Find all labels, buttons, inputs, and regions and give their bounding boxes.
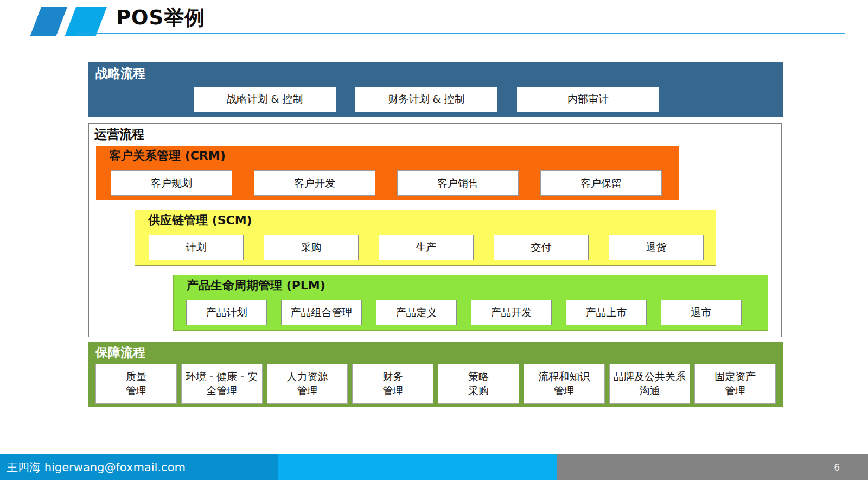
crm-group-label: 客户关系管理 (CRM)	[109, 149, 226, 163]
crm-process-box: 客户销售	[397, 170, 519, 196]
support-process-box: 品牌及公共关系 沟通	[609, 364, 691, 404]
support-process-box: 固定资产 管理	[694, 364, 776, 404]
support-process-section: 保障流程 质量 管理环境 - 健康 - 安 全管理人力资源 管理财务 管理策略 …	[88, 342, 783, 407]
scm-group: 供应链管理 (SCM) 计划采购生产交付退货	[135, 210, 716, 266]
strategic-box-row: 战略计划 & 控制财务计划 & 控制内部审计	[194, 87, 659, 112]
plm-process-box: 产品开发	[471, 300, 552, 325]
crm-process-box: 客户开发	[254, 170, 375, 196]
scm-process-box: 计划	[149, 235, 244, 260]
scm-process-box: 采购	[264, 235, 359, 260]
strategic-process-box: 内部审计	[517, 87, 659, 112]
strategic-process-box: 财务计划 & 控制	[355, 87, 497, 112]
footer-bar: 王四海 higerwang@foxmail.com 6	[0, 454, 868, 480]
plm-process-box: 产品计划	[186, 300, 267, 325]
logo-parallelogram-light-icon	[65, 7, 107, 36]
strategic-process-box: 战略计划 & 控制	[194, 87, 336, 112]
strategic-process-label: 战略流程	[95, 66, 145, 81]
scm-group-label: 供应链管理 (SCM)	[148, 213, 252, 228]
support-box-row: 质量 管理环境 - 健康 - 安 全管理人力资源 管理财务 管理策略 采购流程和…	[95, 364, 776, 404]
crm-process-box: 客户规划	[111, 170, 232, 196]
support-process-box: 质量 管理	[95, 364, 177, 404]
footer-segment-gray	[557, 454, 868, 480]
support-process-box: 环境 - 健康 - 安 全管理	[181, 364, 263, 404]
page-number: 6	[834, 454, 840, 480]
support-process-box: 财务 管理	[352, 364, 433, 404]
page-title: POS举例	[116, 4, 205, 31]
logo-parallelogram-dark-icon	[30, 7, 68, 36]
plm-process-box: 产品上市	[566, 300, 647, 325]
operations-process-section: 运营流程 客户关系管理 (CRM) 客户规划客户开发客户销售客户保留 供应链管理…	[88, 123, 782, 337]
plm-group-label: 产品生命周期管理 (PLM)	[187, 279, 326, 293]
header-divider	[76, 33, 845, 34]
support-process-box: 流程和知识 管理	[524, 364, 605, 404]
strategic-process-section: 战略流程 战略计划 & 控制财务计划 & 控制内部审计	[88, 62, 783, 117]
scm-process-box: 交付	[494, 235, 589, 260]
operations-process-label: 运营流程	[94, 127, 144, 142]
plm-box-row: 产品计划产品组合管理产品定义产品开发产品上市退市	[186, 300, 742, 325]
footer-author-email: 王四海 higerwang@foxmail.com	[7, 454, 186, 480]
scm-box-row: 计划采购生产交付退货	[149, 235, 704, 260]
scm-process-box: 退货	[609, 235, 704, 260]
support-process-box: 人力资源 管理	[267, 364, 348, 404]
crm-process-box: 客户保留	[540, 170, 662, 196]
plm-process-box: 产品定义	[376, 300, 457, 325]
plm-process-box: 退市	[661, 300, 742, 325]
crm-group: 客户关系管理 (CRM) 客户规划客户开发客户销售客户保留	[96, 146, 679, 200]
scm-process-box: 生产	[379, 235, 474, 260]
plm-group: 产品生命周期管理 (PLM) 产品计划产品组合管理产品定义产品开发产品上市退市	[173, 275, 768, 331]
support-process-box: 策略 采购	[438, 364, 519, 404]
footer-segment-light-blue	[278, 454, 557, 480]
crm-box-row: 客户规划客户开发客户销售客户保留	[111, 170, 662, 196]
plm-process-box: 产品组合管理	[281, 300, 362, 325]
support-process-label: 保障流程	[95, 345, 145, 361]
